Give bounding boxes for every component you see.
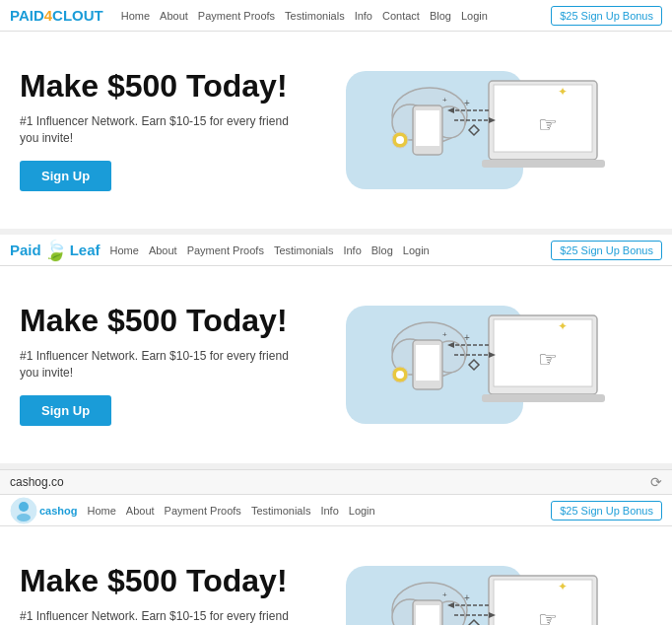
nav-links-2: Home About Payment Proofs Testimonials I… — [110, 244, 542, 256]
svg-text:✦: ✦ — [558, 319, 568, 333]
nav-payment-1[interactable]: Payment Proofs — [198, 10, 275, 22]
leaf-icon: 🍃 — [43, 239, 68, 262]
navbar-paidleaf: Paid 🍃 Leaf Home About Payment Proofs Te… — [0, 235, 672, 266]
hero-3: Make $500 Today! #1 Influencer Network. … — [0, 526, 672, 625]
site-cashog: cashog Home About Payment Proofs Testimo… — [0, 495, 672, 625]
nav-blog-2[interactable]: Blog — [371, 244, 393, 256]
signup-btn-1[interactable]: Sign Up — [20, 161, 111, 191]
svg-point-42 — [17, 514, 31, 521]
nav-contact-1[interactable]: Contact — [382, 10, 420, 22]
hero-1: Make $500 Today! #1 Influencer Network. … — [0, 32, 672, 229]
nav-payment-3[interactable]: Payment Proofs — [165, 505, 241, 517]
navbar-paid4clout: PAID4CLOUT Home About Payment Proofs Tes… — [0, 0, 672, 32]
nav-login-3[interactable]: Login — [349, 505, 375, 517]
svg-point-10 — [396, 136, 404, 144]
svg-text:☞: ☞ — [538, 112, 558, 137]
hero-heading-2: Make $500 Today! — [20, 304, 296, 338]
svg-text:+: + — [464, 332, 470, 343]
nav-blog-1[interactable]: Blog — [430, 10, 451, 22]
hero-text-1: Make $500 Today! #1 Influencer Network. … — [20, 69, 296, 191]
nav-testimonials-1[interactable]: Testimonials — [285, 10, 345, 22]
logo-paidleaf: Paid 🍃 Leaf — [10, 239, 101, 262]
svg-rect-8 — [416, 110, 439, 146]
svg-rect-23 — [482, 394, 605, 402]
hero-text-3: Make $500 Today! #1 Influencer Network. … — [20, 564, 296, 625]
hero-image-1: + + ☞ ✦ — [296, 51, 652, 209]
svg-text:+: + — [464, 98, 470, 108]
nav-links-3: Home About Payment Proofs Testimonials I… — [88, 505, 542, 517]
nav-about-3[interactable]: About — [126, 505, 155, 517]
nav-links-1: Home About Payment Proofs Testimonials I… — [121, 10, 537, 22]
svg-point-30 — [396, 371, 404, 379]
hero-subtext-3: #1 Influencer Network. Earn $10-15 for e… — [20, 608, 296, 625]
nav-info-1[interactable]: Info — [355, 10, 372, 22]
hero-image-2: + + ☞ ✦ — [296, 286, 652, 444]
svg-text:✦: ✦ — [558, 85, 568, 99]
refresh-icon[interactable]: ⟳ — [650, 474, 662, 490]
svg-text:+: + — [442, 330, 447, 339]
navbar-cashog: cashog Home About Payment Proofs Testimo… — [0, 495, 672, 526]
site-paidleaf: Paid 🍃 Leaf Home About Payment Proofs Te… — [0, 235, 672, 463]
logo-cashog: cashog — [10, 497, 78, 524]
nav-home-2[interactable]: Home — [110, 244, 139, 256]
nav-payment-2[interactable]: Payment Proofs — [187, 244, 264, 256]
nav-testimonials-3[interactable]: Testimonials — [251, 505, 311, 517]
svg-text:☞: ☞ — [538, 347, 558, 372]
svg-text:+: + — [464, 592, 470, 603]
svg-text:+: + — [442, 96, 447, 104]
nav-testimonials-2[interactable]: Testimonials — [274, 244, 334, 256]
address-url: cashog.co — [10, 475, 64, 489]
signup-bonus-btn-1[interactable]: $25 Sign Up Bonus — [551, 6, 662, 26]
nav-login-2[interactable]: Login — [403, 244, 430, 256]
hero-subtext-2: #1 Influencer Network. Earn $10-15 for e… — [20, 348, 296, 382]
logo-paid4clout: PAID4CLOUT — [10, 7, 103, 24]
hero-2: Make $500 Today! #1 Influencer Network. … — [0, 266, 672, 463]
hero-image-3: + + ☞ ✦ — [296, 546, 652, 625]
address-bar: cashog.co ⟳ — [0, 469, 672, 495]
nav-about-2[interactable]: About — [149, 244, 177, 256]
svg-rect-3 — [482, 160, 605, 168]
cashog-logo-text: cashog — [39, 505, 78, 517]
nav-home-3[interactable]: Home — [88, 505, 116, 517]
hero-heading-3: Make $500 Today! — [20, 564, 296, 598]
svg-rect-51 — [416, 605, 439, 625]
svg-rect-28 — [416, 345, 439, 381]
site-paid4clout: PAID4CLOUT Home About Payment Proofs Tes… — [0, 0, 672, 229]
signup-bonus-btn-3[interactable]: $25 Sign Up Bonus — [551, 501, 662, 521]
nav-login-1[interactable]: Login — [461, 10, 488, 22]
cashog-logo-icon — [10, 497, 37, 524]
nav-info-2[interactable]: Info — [343, 244, 361, 256]
signup-btn-2[interactable]: Sign Up — [20, 395, 111, 426]
nav-about-1[interactable]: About — [160, 10, 188, 22]
svg-text:+: + — [442, 590, 447, 599]
hero-text-2: Make $500 Today! #1 Influencer Network. … — [20, 304, 296, 426]
signup-bonus-btn-2[interactable]: $25 Sign Up Bonus — [551, 241, 662, 260]
nav-info-3[interactable]: Info — [320, 505, 338, 517]
svg-text:✦: ✦ — [558, 580, 568, 593]
hero-heading-1: Make $500 Today! — [20, 69, 296, 104]
svg-point-41 — [19, 502, 29, 512]
hero-subtext-1: #1 Influencer Network. Earn $10-15 for e… — [20, 113, 296, 147]
nav-home-1[interactable]: Home — [121, 10, 150, 22]
svg-text:☞: ☞ — [538, 607, 558, 625]
